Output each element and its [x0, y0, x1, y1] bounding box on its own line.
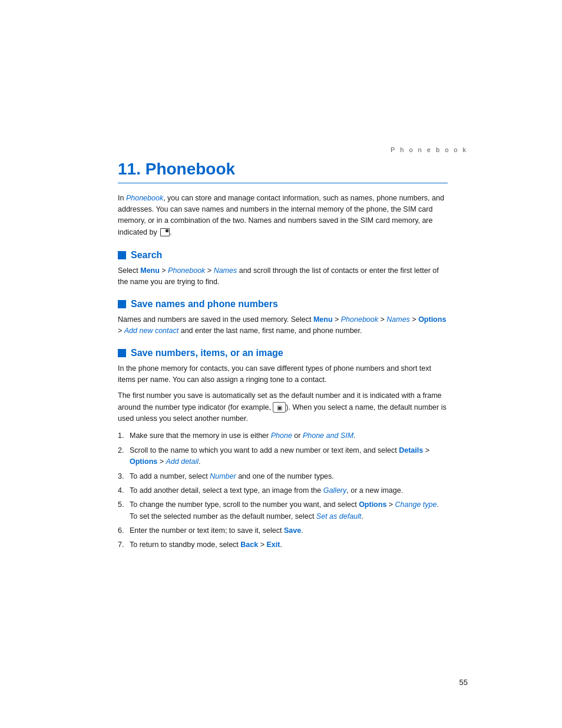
list-item-7: To return to standby mode, select Back >…: [118, 539, 448, 551]
gallery-link: Gallery: [323, 486, 347, 495]
exit-link: Exit: [266, 541, 280, 549]
number-link: Number: [210, 472, 236, 480]
phonebook-link-save: Phonebook: [341, 315, 378, 324]
chapter-title: 11. Phonebook: [118, 159, 448, 179]
save-numbers-section-heading: Save numbers, items, or an image: [118, 348, 448, 358]
list-item-4: To add another detail, select a text typ…: [118, 485, 448, 496]
list-item-2: Scroll to the name to which you want to …: [118, 445, 448, 468]
number-type-icon: [273, 402, 286, 413]
set-as-default-link: Set as default: [316, 512, 361, 521]
names-link-search: Names: [214, 266, 237, 275]
list-item-1: Make sure that the memory in use is eith…: [118, 430, 448, 442]
options-link-5: Options: [359, 500, 386, 509]
search-section-body: Select Menu > Phonebook > Names and scro…: [118, 265, 448, 288]
save-numbers-section-title: Save numbers, items, or an image: [131, 348, 283, 358]
details-link: Details: [399, 446, 423, 454]
names-link-save: Names: [386, 315, 410, 324]
search-section-heading: Search: [118, 250, 448, 261]
menu-link-search: Menu: [140, 266, 160, 275]
add-contact-link: Add new contact: [124, 327, 178, 335]
menu-link-save: Menu: [313, 315, 333, 324]
save-numbers-para2: The first number you save is automatical…: [118, 390, 448, 424]
save-names-section-body: Names and numbers are saved in the used …: [118, 314, 448, 337]
phonebook-link-search: Phonebook: [168, 266, 205, 275]
content-area: 11. Phonebook In Phonebook, you can stor…: [118, 159, 448, 562]
save-names-section-heading: Save names and phone numbers: [118, 299, 448, 309]
phone-and-sim-link: Phone and SIM: [303, 431, 353, 440]
search-section-icon: [118, 251, 126, 259]
back-link: Back: [240, 541, 258, 549]
list-item-3: To add a number, select Number and one o…: [118, 471, 448, 482]
save-numbers-section-body: In the phone memory for contacts, you ca…: [118, 363, 448, 551]
save-link: Save: [284, 526, 301, 535]
save-numbers-para1: In the phone memory for contacts, you ca…: [118, 363, 448, 386]
add-detail-link: Add detail: [166, 457, 199, 466]
save-names-section-title: Save names and phone numbers: [131, 299, 278, 309]
page-number: 55: [459, 678, 468, 687]
save-numbers-list: Make sure that the memory in use is eith…: [118, 430, 448, 551]
phonebook-link: Phonebook: [126, 194, 163, 202]
header-label: P h o n e b o o k: [391, 146, 468, 153]
options-link-save: Options: [418, 315, 446, 324]
change-type-link: Change type: [395, 500, 437, 509]
phone-link: Phone: [271, 431, 292, 440]
intro-paragraph: In Phonebook, you can store and manage c…: [118, 193, 448, 239]
list-item-6: Enter the number or text item; to save i…: [118, 525, 448, 536]
save-numbers-section-icon: [118, 349, 126, 357]
title-divider: [118, 183, 448, 183]
search-section-title: Search: [131, 250, 162, 261]
save-names-section-icon: [118, 300, 126, 308]
page-container: P h o n e b o o k 11. Phonebook In Phone…: [0, 0, 562, 728]
options-link-2: Options: [130, 457, 157, 466]
sim-card-icon: [160, 228, 170, 236]
list-item-5: To change the number type, scroll to the…: [118, 499, 448, 522]
